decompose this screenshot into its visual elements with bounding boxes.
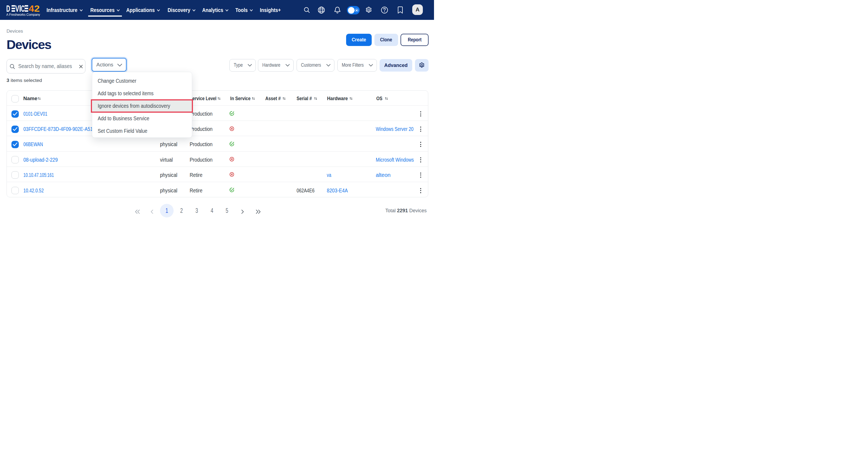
svg-text:A Freshworks Company: A Freshworks Company <box>6 13 40 17</box>
svg-text:D: D <box>6 5 10 13</box>
svg-text:C: C <box>21 5 25 13</box>
svg-text:V: V <box>15 5 19 13</box>
svg-text:42: 42 <box>29 5 40 13</box>
